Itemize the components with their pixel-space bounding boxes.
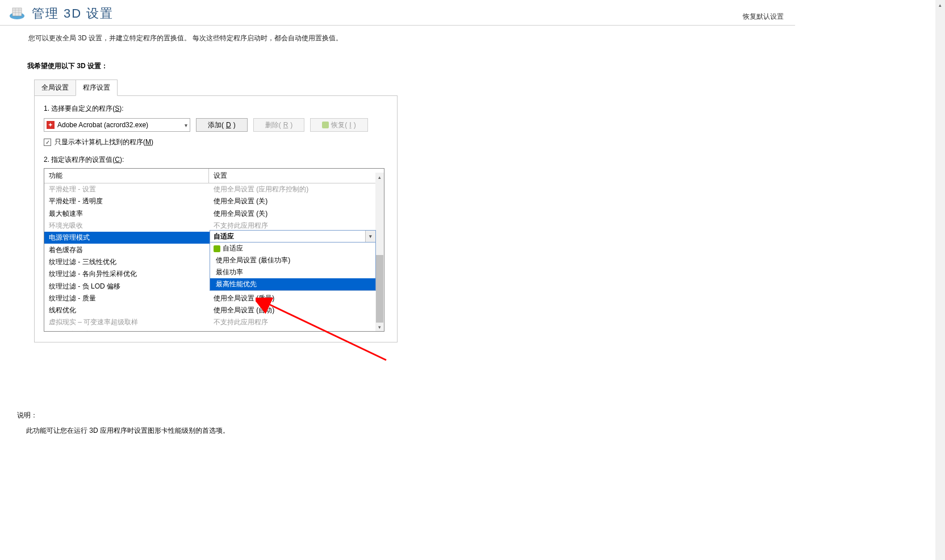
feature-cell: 最大帧速率 [44,209,209,219]
restore-button: 恢复(I) [310,118,367,132]
restore-defaults-link[interactable]: 恢复默认设置 [743,12,784,22]
header: 管理 3D 设置 恢复默认设置 [0,0,795,26]
col-feature[interactable]: 功能 [44,169,209,183]
dropdown-option[interactable]: 使用全局设置 (最佳功率) [210,254,375,266]
section-label: 我希望使用以下 3D 设置： [27,61,784,71]
table-row[interactable]: 最大帧速率使用全局设置 (关) [44,208,384,220]
add-button[interactable]: 添加(D) [196,118,248,132]
scroll-thumb[interactable] [376,255,383,323]
explain-body: 此功能可让您在运行 3D 应用程序时设置图形卡性能级别的首选项。 [26,426,778,436]
step2-label: 2. 指定该程序的设置值(C): [44,155,388,165]
setting-cell: 使用全局设置 (应用程序控制的) [209,185,384,194]
chevron-down-icon[interactable]: ▾ [365,231,375,242]
dropdown-option[interactable]: 自适应 [210,243,375,254]
dropdown-option[interactable]: 最高性能优先 [210,278,375,290]
table-row[interactable]: 虚拟现实预渲染帧数使用全局设置 (1) [44,329,384,332]
tab-content: 1. 选择要自定义的程序(S): ✦ Adobe Acrobat (acrord… [34,95,398,342]
program-select[interactable]: ✦ Adobe Acrobat (acrord32.exe) ▾ [44,118,190,132]
feature-cell: 电源管理模式 [44,233,209,243]
explanation: 说明： 此功能可让您在运行 3D 应用程序时设置图形卡性能级别的首选项。 [17,411,778,436]
explain-title: 说明： [17,411,778,420]
nvidia-icon [214,245,220,252]
description-text: 您可以更改全局 3D 设置，并建立特定程序的置换值。 每次这些特定程序启动时，都… [0,26,795,48]
setting-cell: 使用全局设置 (1) [209,330,384,332]
page-title: 管理 3D 设置 [32,5,114,22]
nvidia-icon [322,122,329,128]
table-row[interactable]: 虚拟现实 – 可变速率超级取样不支持此应用程序 [44,316,384,328]
feature-cell: 平滑处理 - 透明度 [44,197,209,206]
scroll-up-icon[interactable]: ▴ [375,173,384,181]
tabs: 全局设置 程序设置 [34,80,398,96]
settings-panel: 我希望使用以下 3D 设置： 全局设置 程序设置 1. 选择要自定义的程序(S)… [11,52,784,447]
table-row[interactable]: 纹理过滤 - 质量使用全局设置 (质量) [44,292,384,304]
svg-rect-1 [12,8,22,16]
dropdown-list: 自适应使用全局设置 (最佳功率)最佳功率最高性能优先 [210,242,375,290]
feature-cell: 线程优化 [44,306,209,315]
scroll-up-icon[interactable]: ▴ [935,0,945,10]
table-row[interactable]: 平滑处理 - 透明度使用全局设置 (关) [44,195,384,207]
feature-cell: 纹理过滤 - 质量 [44,294,209,303]
settings-table: 功能 设置 平滑处理 - 设置使用全局设置 (应用程序控制的)平滑处理 - 透明… [44,168,384,332]
setting-cell: 使用全局设置 (自动) [209,306,384,315]
only-local-checkbox[interactable]: ✓ [44,139,51,146]
dropdown-option[interactable]: 最佳功率 [210,266,375,278]
dropdown-selected[interactable]: 自适应 ▾ [210,231,375,242]
window-scrollbar[interactable]: ▴ [935,0,945,560]
feature-cell: 虚拟现实预渲染帧数 [44,330,209,332]
feature-cell: 环境光吸收 [44,221,209,231]
feature-cell: 虚拟现实 – 可变速率超级取样 [44,317,209,327]
app-icon [8,5,26,23]
feature-cell: 纹理过滤 - 三线性优化 [44,257,209,267]
setting-cell: 不支持此应用程序 [209,221,384,231]
power-mode-dropdown[interactable]: 自适应 ▾ 自适应使用全局设置 (最佳功率)最佳功率最高性能优先 [210,230,376,291]
feature-cell: 平滑处理 - 设置 [44,185,209,194]
setting-cell: 使用全局设置 (关) [209,209,384,219]
scroll-down-icon[interactable]: ▾ [375,323,384,331]
tab-global[interactable]: 全局设置 [34,80,76,96]
table-row[interactable]: 平滑处理 - 设置使用全局设置 (应用程序控制的) [44,183,384,195]
chevron-down-icon: ▾ [185,122,187,128]
setting-cell: 使用全局设置 (质量) [209,294,384,303]
feature-cell: 纹理过滤 - 各向异性采样优化 [44,269,209,279]
only-local-label: 只显示本计算机上找到的程序(M) [55,137,153,147]
pdf-icon: ✦ [47,121,55,129]
setting-cell: 使用全局设置 (关) [209,197,384,206]
table-row[interactable]: 线程优化使用全局设置 (自动) [44,304,384,316]
table-header: 功能 设置 [44,169,384,183]
feature-cell: 纹理过滤 - 负 LOD 偏移 [44,282,209,291]
remove-button: 删除(R) [253,118,305,132]
program-name: Adobe Acrobat (acrord32.exe) [57,121,148,129]
col-setting[interactable]: 设置 [209,169,384,183]
table-scrollbar[interactable]: ▴ ▾ [375,181,384,331]
feature-cell: 着色缓存器 [44,245,209,255]
step1-label: 1. 选择要自定义的程序(S): [44,104,388,114]
tab-program[interactable]: 程序设置 [76,80,118,96]
setting-cell: 不支持此应用程序 [209,317,384,327]
